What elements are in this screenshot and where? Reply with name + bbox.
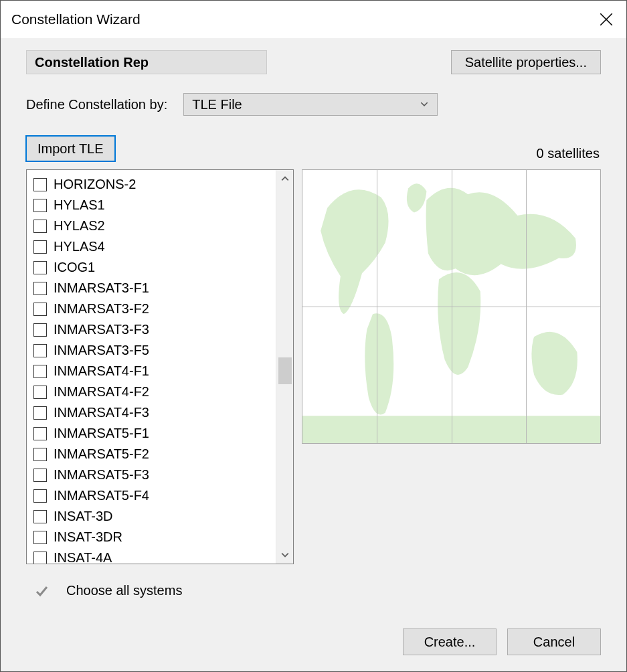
cancel-button[interactable]: Cancel — [507, 628, 601, 655]
list-item[interactable]: ICOG1 — [33, 257, 276, 278]
list-item-label: INMARSAT3-F3 — [54, 322, 149, 337]
list-item-label: INMARSAT4-F3 — [54, 405, 149, 420]
satellite-listbox[interactable]: HORIZONS-2HYLAS1HYLAS2HYLAS4ICOG1INMARSA… — [26, 169, 294, 564]
list-item[interactable]: INMARSAT3-F3 — [33, 319, 276, 340]
checkbox[interactable] — [33, 220, 47, 233]
list-item-label: ICOG1 — [54, 260, 95, 275]
constellation-wizard-window: Constellation Wizard Constellation Rep S… — [0, 0, 627, 672]
list-item-label: INSAT-3DR — [54, 529, 122, 545]
list-item[interactable]: INMARSAT3-F1 — [33, 278, 276, 299]
list-item-label: INSAT-4A — [54, 550, 112, 564]
list-item-label: HORIZONS-2 — [54, 177, 136, 192]
scrollbar[interactable] — [276, 170, 293, 564]
scroll-up-button[interactable] — [276, 170, 294, 187]
define-row: Define Constellation by: TLE File — [26, 93, 601, 116]
create-button[interactable]: Create... — [403, 628, 497, 655]
list-item[interactable]: HYLAS2 — [33, 216, 276, 236]
list-item[interactable]: HYLAS1 — [33, 195, 276, 216]
choose-all-label: Choose all systems — [66, 583, 182, 598]
define-constellation-select[interactable]: TLE File — [183, 93, 438, 116]
import-tle-button[interactable]: Import TLE — [26, 136, 115, 161]
list-item[interactable]: INSAT-4A — [33, 548, 276, 564]
top-row: Constellation Rep Satellite properties..… — [26, 50, 601, 74]
define-constellation-value: TLE File — [192, 97, 242, 112]
satellite-count-label: 0 satellites — [537, 146, 600, 161]
list-item-label: INMARSAT4-F2 — [54, 384, 149, 400]
list-item-label: INSAT-3D — [54, 509, 113, 524]
list-item[interactable]: INMARSAT5-F1 — [33, 423, 276, 444]
scroll-down-button[interactable] — [276, 546, 294, 564]
satellite-properties-button[interactable]: Satellite properties... — [451, 50, 601, 74]
checkbox[interactable] — [33, 552, 47, 564]
world-map-preview — [302, 169, 601, 444]
list-item[interactable]: INMARSAT5-F3 — [33, 465, 276, 485]
close-button[interactable] — [596, 9, 617, 30]
checkbox[interactable] — [33, 386, 47, 399]
list-item-label: HYLAS4 — [54, 239, 105, 254]
list-item-label: INMARSAT5-F4 — [54, 488, 149, 503]
chevron-up-icon — [281, 175, 289, 183]
list-item-label: INMARSAT3-F1 — [54, 280, 149, 296]
list-item[interactable]: INMARSAT3-F5 — [33, 340, 276, 361]
list-item[interactable]: INMARSAT5-F4 — [33, 485, 276, 506]
main-area: HORIZONS-2HYLAS1HYLAS2HYLAS4ICOG1INMARSA… — [26, 169, 601, 564]
section-header: Constellation Rep — [26, 50, 267, 74]
list-item[interactable]: INMARSAT5-F2 — [33, 444, 276, 465]
checkbox[interactable] — [33, 489, 47, 503]
checkbox[interactable] — [33, 448, 47, 461]
list-item[interactable]: INMARSAT4-F2 — [33, 382, 276, 402]
list-item[interactable]: INMARSAT3-F2 — [33, 299, 276, 319]
scroll-thumb[interactable] — [278, 357, 292, 384]
list-item[interactable]: HORIZONS-2 — [33, 174, 276, 195]
chevron-down-icon — [281, 551, 289, 559]
checkbox[interactable] — [33, 323, 47, 337]
checkbox[interactable] — [33, 240, 47, 254]
list-item[interactable]: INSAT-3DR — [33, 527, 276, 548]
close-icon — [600, 13, 613, 26]
list-item[interactable]: INSAT-3D — [33, 506, 276, 527]
list-item[interactable]: INMARSAT4-F1 — [33, 361, 276, 382]
checkbox[interactable] — [33, 261, 47, 274]
choose-all-row: Choose all systems — [26, 583, 601, 598]
checkbox[interactable] — [33, 406, 47, 420]
import-row: Import TLE 0 satellites — [26, 136, 601, 161]
checkbox[interactable] — [33, 199, 47, 212]
chevron-down-icon — [420, 97, 429, 112]
checkbox[interactable] — [33, 365, 47, 378]
list-item-label: HYLAS1 — [54, 197, 105, 213]
list-item-label: INMARSAT3-F2 — [54, 301, 149, 317]
list-item[interactable]: INMARSAT4-F3 — [33, 402, 276, 423]
list-item-label: INMARSAT5-F1 — [54, 426, 149, 441]
list-item-label: INMARSAT4-F1 — [54, 363, 149, 379]
list-item[interactable]: HYLAS4 — [33, 236, 276, 257]
dialog-body: Constellation Rep Satellite properties..… — [1, 38, 626, 671]
list-item-label: HYLAS2 — [54, 218, 105, 234]
checkbox[interactable] — [33, 178, 47, 191]
list-item-label: INMARSAT3-F5 — [54, 343, 149, 358]
checkbox[interactable] — [33, 510, 47, 523]
checkbox[interactable] — [33, 469, 47, 482]
list-item-label: INMARSAT5-F3 — [54, 467, 149, 483]
define-constellation-label: Define Constellation by: — [26, 97, 167, 112]
window-title: Constellation Wizard — [11, 11, 141, 27]
checkbox[interactable] — [33, 282, 47, 295]
satellite-list-inner: HORIZONS-2HYLAS1HYLAS2HYLAS4ICOG1INMARSA… — [27, 170, 276, 564]
checkbox[interactable] — [33, 427, 47, 440]
checkbox[interactable] — [33, 531, 47, 544]
list-item-label: INMARSAT5-F2 — [54, 446, 149, 462]
checkbox[interactable] — [33, 344, 47, 357]
dialog-footer: Create... Cancel — [26, 615, 601, 655]
titlebar: Constellation Wizard — [1, 1, 626, 38]
choose-all-checkbox[interactable] — [34, 584, 49, 598]
check-icon — [35, 584, 48, 598]
checkbox[interactable] — [33, 303, 47, 316]
